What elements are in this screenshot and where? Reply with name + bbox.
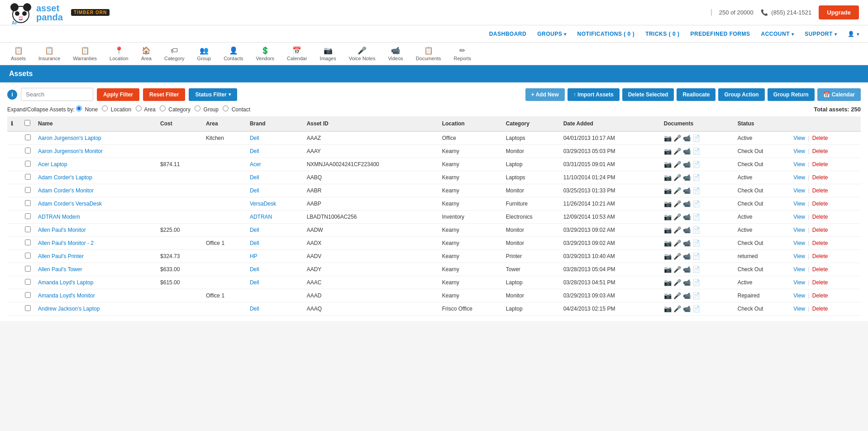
td-checkbox[interactable] xyxy=(21,131,34,145)
doc-icon[interactable]: 📄 xyxy=(692,161,700,168)
icon-nav-voice-notes[interactable]: 🎤 Voice Notes xyxy=(343,44,382,63)
import-assets-button[interactable]: ↑ Import Assets xyxy=(568,88,620,101)
nav-support[interactable]: SUPPORT ▾ xyxy=(805,31,837,37)
upgrade-button[interactable]: Upgrade xyxy=(819,5,859,19)
asset-name-link[interactable]: Adam Corder's Laptop xyxy=(38,174,92,181)
status-filter-button[interactable]: Status Filter ▾ xyxy=(189,88,237,101)
row-checkbox[interactable] xyxy=(25,134,31,140)
video-icon[interactable]: 📹 xyxy=(683,239,691,247)
camera-icon[interactable]: 📷 xyxy=(664,161,672,168)
icon-nav-area[interactable]: 🏠 Area xyxy=(135,44,158,63)
icon-nav-location[interactable]: 📍 Location xyxy=(103,44,135,63)
row-checkbox[interactable] xyxy=(25,200,31,206)
td-checkbox[interactable] xyxy=(21,263,34,276)
th-date-added[interactable]: Date Added xyxy=(560,116,660,131)
asset-name-link[interactable]: Amanda Loyd's Monitor xyxy=(38,292,95,299)
icon-nav-documents[interactable]: 📋 Documents xyxy=(410,44,448,63)
mic-icon[interactable]: 🎤 xyxy=(673,226,681,234)
icon-nav-group[interactable]: 👥 Group xyxy=(191,44,218,63)
camera-icon[interactable]: 📷 xyxy=(664,213,672,220)
icon-nav-reports[interactable]: ✏ Reports xyxy=(447,44,477,63)
video-icon[interactable]: 📹 xyxy=(683,174,691,181)
video-icon[interactable]: 📹 xyxy=(683,213,691,220)
reset-filter-button[interactable]: Reset Filter xyxy=(143,88,185,101)
doc-icon[interactable]: 📄 xyxy=(692,253,700,260)
delete-link[interactable]: Delete xyxy=(812,279,828,286)
icon-nav-vendors[interactable]: 💲 Vendors xyxy=(250,44,281,63)
mic-icon[interactable]: 🎤 xyxy=(673,266,681,273)
delete-link[interactable]: Delete xyxy=(812,253,828,259)
doc-icon[interactable]: 📄 xyxy=(692,148,700,155)
mic-icon[interactable]: 🎤 xyxy=(673,174,681,181)
view-link[interactable]: View xyxy=(793,306,805,312)
view-link[interactable]: View xyxy=(793,187,805,194)
brand-link[interactable]: Dell xyxy=(250,240,259,246)
delete-link[interactable]: Delete xyxy=(812,266,828,273)
td-checkbox[interactable] xyxy=(21,158,34,171)
delete-link[interactable]: Delete xyxy=(812,187,828,194)
td-checkbox[interactable] xyxy=(21,145,34,158)
expand-group-radio[interactable] xyxy=(195,105,200,111)
th-area[interactable]: Area xyxy=(202,116,246,131)
th-category[interactable]: Category xyxy=(502,116,560,131)
video-icon[interactable]: 📹 xyxy=(683,305,691,312)
doc-icon[interactable]: 📄 xyxy=(692,174,700,181)
delete-link[interactable]: Delete xyxy=(812,292,828,299)
doc-icon[interactable]: 📄 xyxy=(692,279,700,286)
mic-icon[interactable]: 🎤 xyxy=(673,200,681,207)
expand-contact-radio[interactable] xyxy=(223,105,229,111)
td-checkbox[interactable] xyxy=(21,184,34,197)
nav-predefined-forms[interactable]: PREDEFINED FORMS xyxy=(690,31,750,37)
td-checkbox[interactable] xyxy=(21,197,34,211)
brand-link[interactable]: Dell xyxy=(250,174,259,181)
video-icon[interactable]: 📹 xyxy=(683,226,691,234)
camera-icon[interactable]: 📷 xyxy=(664,266,672,273)
mic-icon[interactable]: 🎤 xyxy=(673,134,681,142)
camera-icon[interactable]: 📷 xyxy=(664,187,672,194)
view-link[interactable]: View xyxy=(793,214,805,220)
delete-selected-button[interactable]: Delete Selected xyxy=(622,88,674,101)
delete-link[interactable]: Delete xyxy=(812,148,828,154)
th-asset-id[interactable]: Asset ID xyxy=(303,116,439,131)
mic-icon[interactable]: 🎤 xyxy=(673,239,681,247)
video-icon[interactable]: 📹 xyxy=(683,279,691,286)
view-link[interactable]: View xyxy=(793,292,805,299)
asset-name-link[interactable]: ADTRAN Modem xyxy=(38,214,80,220)
icon-nav-assets[interactable]: 📋 Assets xyxy=(5,44,32,63)
row-checkbox[interactable] xyxy=(25,266,31,272)
doc-icon[interactable]: 📄 xyxy=(692,292,700,299)
delete-link[interactable]: Delete xyxy=(812,240,828,246)
view-link[interactable]: View xyxy=(793,148,805,154)
row-checkbox[interactable] xyxy=(25,305,31,311)
video-icon[interactable]: 📹 xyxy=(683,200,691,207)
nav-user-icon[interactable]: 👤 ▾ xyxy=(848,31,859,37)
nav-groups[interactable]: GROUPS ▾ xyxy=(537,31,566,37)
group-action-button[interactable]: Group Action xyxy=(718,88,764,101)
delete-link[interactable]: Delete xyxy=(812,161,828,168)
th-info[interactable]: ℹ xyxy=(7,116,21,131)
expand-category-label[interactable]: Category xyxy=(160,106,191,113)
icon-nav-calendar[interactable]: 📅 Calendar xyxy=(281,44,314,63)
nav-dashboard[interactable]: DASHBOARD xyxy=(489,31,527,37)
th-name[interactable]: Name xyxy=(34,116,157,131)
brand-link[interactable]: Dell xyxy=(250,279,259,286)
expand-none-label[interactable]: None xyxy=(76,106,98,113)
calendar-button[interactable]: 📅 Calendar xyxy=(817,88,861,101)
asset-name-link[interactable]: Acer Laptop xyxy=(38,161,67,168)
row-checkbox[interactable] xyxy=(25,148,31,153)
row-checkbox[interactable] xyxy=(25,174,31,180)
camera-icon[interactable]: 📷 xyxy=(664,253,672,260)
td-checkbox[interactable] xyxy=(21,276,34,289)
th-documents[interactable]: Documents xyxy=(660,116,734,131)
camera-icon[interactable]: 📷 xyxy=(664,305,672,312)
td-checkbox[interactable] xyxy=(21,237,34,250)
asset-name-link[interactable]: Aaron Jurgenson's Monitor xyxy=(38,148,103,154)
info-icon[interactable]: i xyxy=(7,90,17,100)
td-checkbox[interactable] xyxy=(21,302,34,316)
camera-icon[interactable]: 📷 xyxy=(664,279,672,286)
nav-account[interactable]: ACCOUNT ▾ xyxy=(761,31,794,37)
icon-nav-videos[interactable]: 📹 Videos xyxy=(382,44,409,63)
row-checkbox[interactable] xyxy=(25,161,31,167)
mic-icon[interactable]: 🎤 xyxy=(673,279,681,286)
camera-icon[interactable]: 📷 xyxy=(664,239,672,247)
